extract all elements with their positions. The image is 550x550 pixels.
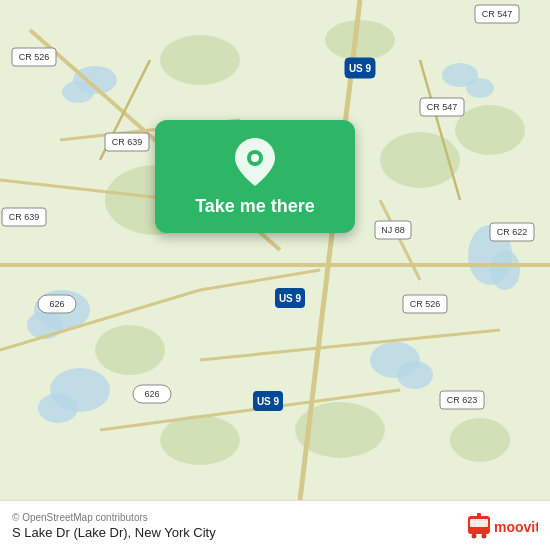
svg-point-2 bbox=[466, 78, 494, 98]
svg-point-8 bbox=[27, 311, 63, 339]
map-svg: CR 547 CR 526 US 9 CR 639 CR 547 CR 639 … bbox=[0, 0, 550, 500]
map-container: CR 547 CR 526 US 9 CR 639 CR 547 CR 639 … bbox=[0, 0, 550, 500]
svg-text:CR 622: CR 622 bbox=[497, 227, 528, 237]
svg-point-13 bbox=[160, 35, 240, 85]
svg-text:US 9: US 9 bbox=[257, 396, 280, 407]
svg-text:CR 623: CR 623 bbox=[447, 395, 478, 405]
moovit-logo: moovit bbox=[468, 510, 538, 542]
svg-rect-70 bbox=[477, 513, 481, 517]
svg-text:moovit: moovit bbox=[494, 519, 538, 535]
attribution-text: © OpenStreetMap contributors bbox=[12, 512, 460, 523]
svg-point-19 bbox=[95, 325, 165, 375]
take-me-there-card[interactable]: Take me there bbox=[155, 120, 355, 233]
svg-text:CR 526: CR 526 bbox=[410, 299, 441, 309]
footer: © OpenStreetMap contributors S Lake Dr (… bbox=[0, 500, 550, 550]
svg-point-22 bbox=[450, 418, 510, 462]
svg-point-18 bbox=[455, 105, 525, 155]
svg-point-69 bbox=[482, 533, 487, 538]
svg-point-14 bbox=[325, 20, 395, 60]
svg-text:NJ 88: NJ 88 bbox=[381, 225, 405, 235]
svg-point-65 bbox=[251, 154, 259, 162]
svg-text:CR 547: CR 547 bbox=[427, 102, 458, 112]
svg-point-68 bbox=[472, 533, 477, 538]
take-me-there-label: Take me there bbox=[195, 196, 315, 217]
svg-text:CR 639: CR 639 bbox=[9, 212, 40, 222]
svg-text:626: 626 bbox=[49, 299, 64, 309]
svg-text:US 9: US 9 bbox=[349, 63, 372, 74]
svg-point-10 bbox=[38, 393, 78, 423]
location-pin-icon bbox=[231, 138, 279, 186]
svg-point-6 bbox=[490, 250, 520, 290]
svg-text:CR 639: CR 639 bbox=[112, 137, 143, 147]
svg-text:US 9: US 9 bbox=[279, 293, 302, 304]
svg-rect-67 bbox=[470, 519, 488, 527]
location-title: S Lake Dr (Lake Dr), New York City bbox=[12, 525, 460, 540]
svg-point-12 bbox=[397, 361, 433, 389]
svg-text:CR 526: CR 526 bbox=[19, 52, 50, 62]
svg-text:626: 626 bbox=[144, 389, 159, 399]
svg-point-21 bbox=[160, 415, 240, 465]
svg-text:CR 547: CR 547 bbox=[482, 9, 513, 19]
